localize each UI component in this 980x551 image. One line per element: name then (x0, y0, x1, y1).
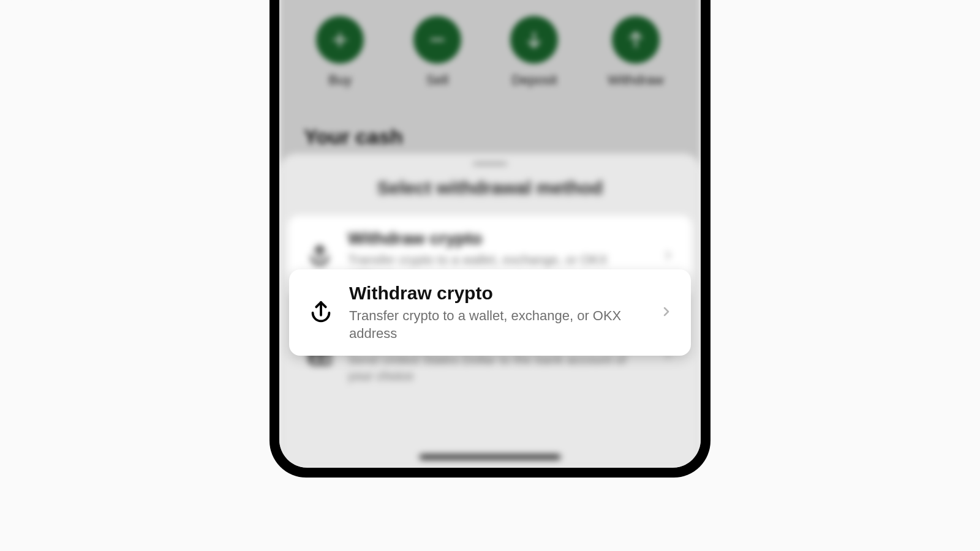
chevron-right-icon (662, 249, 675, 264)
option-title: Withdraw crypto (348, 229, 648, 249)
withdraw-crypto-icon (305, 243, 334, 270)
home-indicator[interactable] (420, 455, 560, 459)
option-withdraw-crypto[interactable]: Withdraw crypto Transfer crypto to a wal… (289, 269, 691, 356)
sheet-title: Select withdrawal method (279, 178, 701, 198)
sheet-grabber[interactable] (473, 162, 507, 165)
phone-frame: Buy Sell Deposit (270, 0, 710, 478)
background-content: Buy Sell Deposit (279, 0, 701, 468)
option-title: Withdraw crypto (349, 283, 646, 304)
stage: Buy Sell Deposit (49, 0, 931, 496)
phone-screen: Buy Sell Deposit (279, 0, 701, 468)
withdraw-crypto-icon (306, 299, 336, 327)
option-subtitle: Transfer crypto to a wallet, exchange, o… (349, 307, 646, 342)
chevron-right-icon (659, 304, 674, 321)
